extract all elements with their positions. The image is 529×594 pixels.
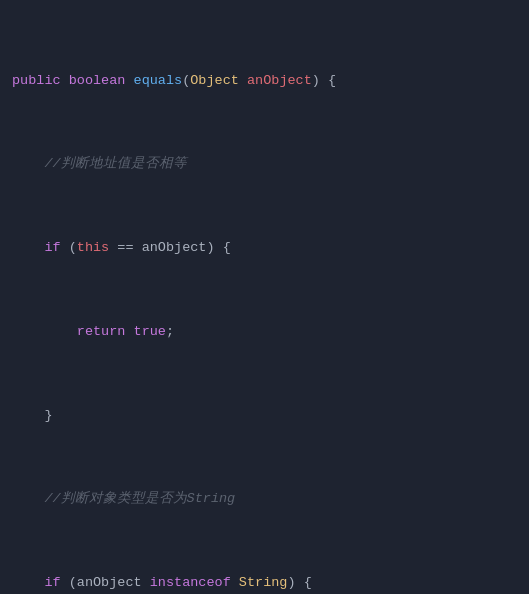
code-line-4: return true; — [0, 322, 529, 343]
code-line-2: //判断地址值是否相等 — [0, 154, 529, 175]
code-line-5: } — [0, 406, 529, 427]
code-editor: public boolean equals(Object anObject) {… — [0, 0, 529, 594]
code-line-7: if (anObject instanceof String) { — [0, 573, 529, 594]
code-line-3: if (this == anObject) { — [0, 238, 529, 259]
code-line-6: //判断对象类型是否为String — [0, 489, 529, 510]
code-line-1: public boolean equals(Object anObject) { — [0, 71, 529, 92]
